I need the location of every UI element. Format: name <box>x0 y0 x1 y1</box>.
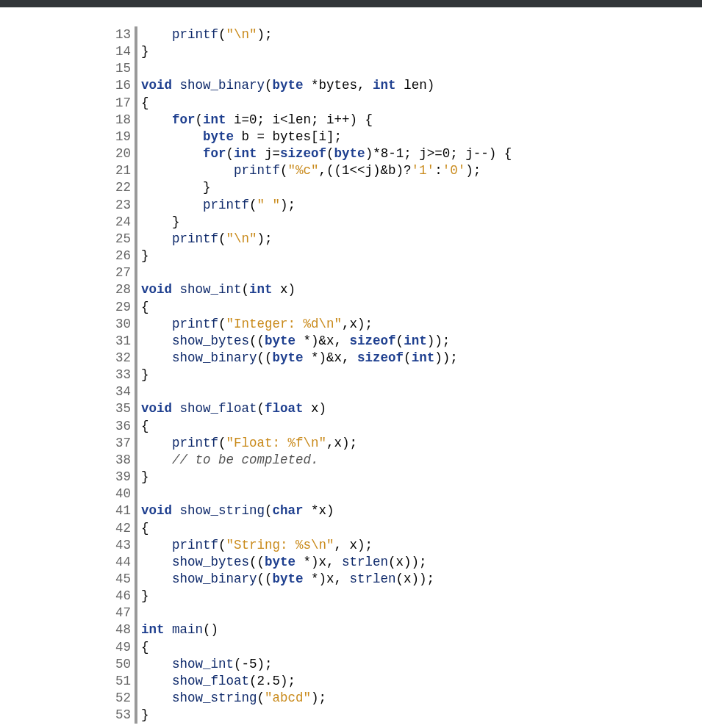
code-line <box>141 264 686 281</box>
code-token: "\n" <box>226 27 257 42</box>
code-line: { <box>141 299 686 316</box>
code-line: // to be completed. <box>141 452 686 469</box>
code-token <box>141 555 172 569</box>
code-token: x) <box>304 401 327 416</box>
code-token <box>141 129 203 144</box>
code-line: { <box>141 520 686 537</box>
code-token: "Float: %f\n" <box>226 436 327 450</box>
code-token: *)&x, <box>304 350 358 365</box>
line-number: 50 <box>112 656 133 673</box>
code-token: ( <box>218 231 226 246</box>
code-token: strlen <box>350 572 396 586</box>
code-token: printf <box>203 198 249 212</box>
line-number: 24 <box>112 214 133 231</box>
code-line: } <box>141 214 686 231</box>
code-token: show_binary <box>180 78 265 93</box>
line-number: 43 <box>112 537 133 554</box>
code-token: "abcd" <box>265 691 311 705</box>
code-token: printf <box>172 317 218 331</box>
code-line: show_binary((byte *)&x, sizeof(int)); <box>141 350 686 367</box>
code-token: ( <box>218 317 226 331</box>
code-token <box>141 657 172 671</box>
code-token: show_string <box>180 503 265 518</box>
code-token: show_bytes <box>172 555 249 569</box>
code-token: "%c" <box>288 163 319 178</box>
code-token: } <box>141 248 149 263</box>
code-token: } <box>141 215 180 229</box>
line-number: 46 <box>112 588 133 605</box>
code-token: main <box>172 622 203 637</box>
code-token <box>141 350 172 365</box>
line-number: 38 <box>112 452 133 469</box>
code-token: { <box>141 300 149 314</box>
code-token: "\n" <box>226 231 257 246</box>
code-token: (( <box>249 334 265 348</box>
code-token: void <box>141 401 172 416</box>
code-token: ( <box>265 78 273 93</box>
code-token: byte <box>273 78 304 93</box>
code-token <box>141 27 172 42</box>
line-number: 21 <box>112 162 133 179</box>
code-token: ,((1<<j)&b)? <box>319 163 412 178</box>
code-token: show_binary <box>172 350 257 365</box>
line-number: 51 <box>112 673 133 690</box>
code-token: byte <box>265 334 296 348</box>
code-token: ); <box>465 163 481 178</box>
line-number: 37 <box>112 435 133 452</box>
code-token: ( <box>226 146 234 161</box>
code-token: int <box>404 334 427 348</box>
code-line: show_float(2.5); <box>141 673 686 690</box>
code-token: ); <box>311 691 326 705</box>
line-number: 20 <box>112 145 133 162</box>
code-token: printf <box>172 27 218 42</box>
code-token: i=0; i<len; i++) { <box>226 112 373 127</box>
code-token: } <box>141 588 149 603</box>
code-line <box>141 60 686 77</box>
code-token <box>141 146 203 161</box>
code-token: sizeof <box>357 350 404 365</box>
code-token: byte <box>334 146 365 161</box>
code-token: void <box>141 282 172 297</box>
line-number: 42 <box>112 520 133 537</box>
line-number: 48 <box>112 621 133 638</box>
line-number: 27 <box>112 264 133 281</box>
code-token: sizeof <box>280 146 326 161</box>
code-line: } <box>141 707 686 724</box>
code-token <box>141 572 172 586</box>
code-token: ( <box>326 146 334 161</box>
code-line: { <box>141 639 686 656</box>
line-number: 29 <box>112 299 133 316</box>
viewer-toolbar <box>0 0 702 7</box>
code-token: byte <box>265 555 296 569</box>
line-number: 52 <box>112 690 133 707</box>
code-line: printf(" "); <box>141 197 686 214</box>
code-token: int <box>141 622 165 637</box>
code-token: *)x, <box>304 572 350 586</box>
code-token <box>141 538 172 552</box>
line-number: 45 <box>112 571 133 588</box>
code-token: ( <box>242 282 250 297</box>
code-token: } <box>141 44 149 59</box>
code-line: { <box>141 418 686 435</box>
code-token: } <box>141 707 149 722</box>
code-token: *bytes, <box>304 78 373 93</box>
code-token: show_float <box>180 401 257 416</box>
code-token <box>141 436 172 450</box>
code-token <box>141 453 172 467</box>
code-token: } <box>141 469 149 484</box>
code-line: } <box>141 43 686 60</box>
code-token: ( <box>257 691 265 705</box>
code-token: int <box>249 282 273 297</box>
code-line: } <box>141 588 686 605</box>
code-token: ( <box>218 436 226 450</box>
code-line: printf("%c",((1<<j)&b)?'1':'0'); <box>141 162 686 179</box>
code-token <box>141 198 203 212</box>
code-token: ,x); <box>342 317 373 331</box>
code-line: int main() <box>141 621 686 638</box>
code-token: )*8-1; j>=0; j--) { <box>365 146 512 161</box>
code-token: printf <box>172 231 218 246</box>
line-number: 17 <box>112 95 133 112</box>
line-number: 22 <box>112 179 133 196</box>
code-token: ( <box>257 401 265 416</box>
line-number: 39 <box>112 469 133 486</box>
